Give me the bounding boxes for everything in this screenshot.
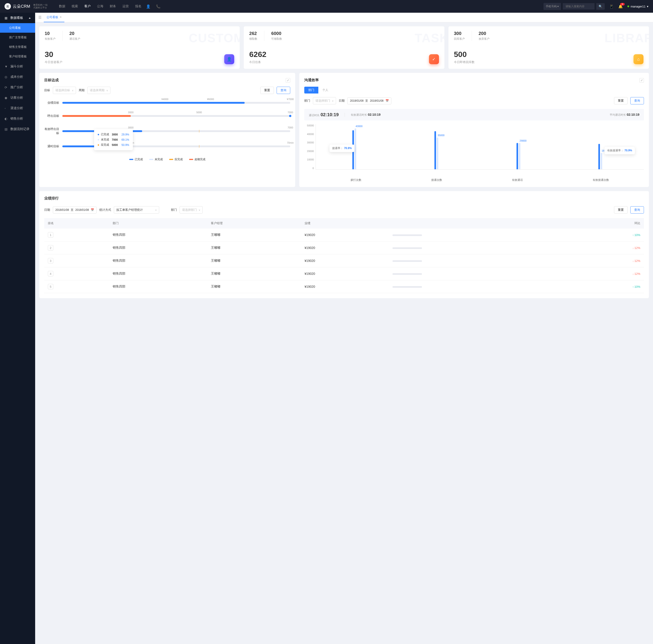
panel-goals: 目标达成 ⤢ 目标 请选择目标 周期 请选择周期 重置 查询 已完成300029… <box>39 73 295 187</box>
nav-icon: ◐ <box>4 117 8 120</box>
kpi-icon: ⌂ <box>633 54 644 64</box>
nav-item-4[interactable]: 财务 <box>110 4 116 8</box>
rank-date-range[interactable]: 2018/01/08 至 2018/01/08 📅 <box>53 207 97 213</box>
comm-query-button[interactable]: 查询 <box>630 97 644 105</box>
period-label: 周期 <box>79 88 84 92</box>
sidebar-group-dashboard[interactable]: ▦ 数据看板 <box>0 13 35 23</box>
comm-dept-select[interactable]: 请选择部门 <box>313 97 336 105</box>
comm-date-range[interactable]: 2018/01/08 至 2018/01/08 📅 <box>347 97 391 105</box>
logo-sub2: 式服务云平台 <box>33 6 48 9</box>
sidebar-item-6[interactable]: ▤数据流转记录 <box>0 124 35 134</box>
sidebar-item-4[interactable]: ◦渠道分析 <box>0 103 35 113</box>
rank-date-label: 日期 <box>44 208 50 212</box>
expand-icon[interactable]: ⤢ <box>639 78 644 83</box>
logo-text: 云朵CRM <box>13 4 30 9</box>
main-area: ☰ 公司看板 ✕ CUSTOM 10有效客户 20通话客户 30今日首咨客户 👤… <box>35 13 653 644</box>
sidebar-sub-3[interactable]: 客户经理看板 <box>0 52 35 61</box>
phone-icon[interactable]: 📞 <box>156 4 161 8</box>
seg-person[interactable]: 个人 <box>318 87 332 93</box>
rank-stat-select[interactable]: 按工单客户经理统计 <box>114 206 159 213</box>
nav-item-1[interactable]: 线索 <box>72 4 78 8</box>
sidebar-sub-2[interactable]: 销售主管看板 <box>0 42 35 52</box>
comm-dept-label: 部门 <box>304 99 310 103</box>
kpi-card-1: TASK 262领取数 6000可领取数 6262今日任务 ✓ <box>244 26 444 69</box>
nav-item-2[interactable]: 客户 <box>84 4 91 8</box>
panel-comm: 沟通效率 ⤢ 部门 个人 部门 请选择部门 日期 2018/01/08 至 <box>299 73 649 187</box>
rank-reset-button[interactable]: 重置 <box>614 206 628 213</box>
bar-group: 29000 <box>516 124 526 169</box>
expand-icon[interactable]: ⤢ <box>286 78 290 83</box>
nav-icon: ▤ <box>4 127 8 131</box>
goals-tooltip: 已完成300029.9%未完成700069.1%应完成500050.9% <box>94 129 133 150</box>
panel-rank: 业绩排行 日期 2018/01/08 至 2018/01/08 📅 统计方式 按… <box>39 191 649 298</box>
nav-item-5[interactable]: 运营 <box>122 4 129 8</box>
comm-bar-chart: 50000400003000020000100000 43000 35000 2… <box>304 124 644 176</box>
nav-icon: ◉ <box>4 96 8 100</box>
dashboard-icon: ▦ <box>4 16 8 20</box>
comm-title: 沟通效率 <box>304 78 319 83</box>
nav-icon: ▼ <box>4 65 8 68</box>
nav-item-6[interactable]: 报名 <box>135 4 142 8</box>
table-row[interactable]: 5 销售四部 王嘟嘟 ¥19020 10% <box>44 280 644 293</box>
rank-dept-select[interactable]: 请选择部门 <box>179 206 203 213</box>
table-row[interactable]: 3 销售四部 王嘟嘟 ¥19020 12% <box>44 254 644 267</box>
nav-icon: ◦ <box>4 107 8 110</box>
rank-dept-label: 部门 <box>171 208 177 212</box>
search-input[interactable] <box>563 3 595 9</box>
target-label: 目标 <box>44 88 50 92</box>
kpi-card-0: CUSTOM 10有效客户 20通话客户 30今日首咨客户 👤 <box>39 26 240 69</box>
bar-group: 35000 <box>434 124 443 169</box>
sidebar-sub-1[interactable]: 推广主管看板 <box>0 33 35 42</box>
calendar-icon: 📅 <box>91 208 94 211</box>
logo: 云 云朵CRM 教育机构·一站 式服务云平台 <box>4 3 48 9</box>
goals-title: 目标达成 <box>44 78 59 83</box>
target-select[interactable]: 请选择目标 <box>53 87 76 94</box>
user-menu[interactable]: manager11 ▾ <box>627 5 649 8</box>
bullet-track: ¥4000¥6000¥7000 <box>62 102 290 104</box>
bullet-track: 300050007000 <box>62 115 290 117</box>
nav-item-0[interactable]: 数据 <box>59 4 65 8</box>
chart-tip-2: 有效接通率：70.9% <box>604 147 635 154</box>
sidebar-item-3[interactable]: ◉访客分析 <box>0 93 35 103</box>
search-type-select[interactable]: 手机号码 ▾ <box>543 3 561 10</box>
mobile-icon[interactable]: 📱 <box>609 4 614 8</box>
tab-company-board[interactable]: 公司看板 ✕ <box>44 13 65 22</box>
tabs-bar: ☰ 公司看板 ✕ <box>35 13 653 22</box>
seg-dept[interactable]: 部门 <box>304 87 318 93</box>
sidebar: ▦ 数据看板 公司看板推广主管看板销售主管看板客户经理看板 ▼漏斗分析◎成本分析… <box>0 13 35 644</box>
kpi-icon: 👤 <box>224 54 234 64</box>
nav-item-3[interactable]: 公海 <box>97 4 103 8</box>
sidebar-sub-0[interactable]: 公司看板 <box>0 23 35 33</box>
sidebar-item-1[interactable]: ◎成本分析 <box>0 72 35 82</box>
sidebar-item-5[interactable]: ◐销售分析 <box>0 113 35 124</box>
notification-icon[interactable]: 🔔 <box>618 4 623 8</box>
rank-query-button[interactable]: 查询 <box>630 206 644 213</box>
tab-close-icon[interactable]: ✕ <box>59 16 62 19</box>
kpi-card-2: LIBRAR 300回库客户 200放弃客户 500今日即将回库数 ⌂ <box>449 26 649 69</box>
table-row[interactable]: 1 销售四部 王嘟嘟 ¥19020 10% <box>44 229 644 242</box>
calendar-icon: 📅 <box>385 99 389 102</box>
table-row[interactable]: 2 销售四部 王嘟嘟 ¥19020 12% <box>44 242 644 254</box>
nav-icon: ⟳ <box>4 86 8 89</box>
user-icon[interactable]: 👤 <box>146 4 150 8</box>
rank-table: 排名部门客户经理业绩环比 1 销售四部 王嘟嘟 ¥19020 10%2 销售四部… <box>44 218 644 293</box>
menu-fold-icon[interactable]: ☰ <box>38 15 42 20</box>
nav-icon: ◎ <box>4 75 8 79</box>
rank-stat-label: 统计方式 <box>99 208 111 212</box>
chart-tip-1: 接通率：70.9% <box>330 144 355 152</box>
period-select[interactable]: 请选择周期 <box>87 87 111 94</box>
sidebar-item-0[interactable]: ▼漏斗分析 <box>0 61 35 72</box>
comm-date-label: 日期 <box>339 99 345 103</box>
comm-segment: 部门 个人 <box>304 87 332 93</box>
logo-icon: 云 <box>4 3 11 9</box>
table-row[interactable]: 4 销售四部 王嘟嘟 ¥19020 12% <box>44 267 644 280</box>
search-button[interactable]: 🔍 <box>596 3 605 10</box>
goals-query-button[interactable]: 查询 <box>276 87 290 94</box>
logo-sub1: 教育机构·一站 <box>33 4 48 6</box>
top-header: 云 云朵CRM 教育机构·一站 式服务云平台 数据线索客户公海财务运营报名 👤 … <box>0 0 653 13</box>
goals-reset-button[interactable]: 重置 <box>260 87 274 94</box>
sidebar-item-2[interactable]: ⟳推广分析 <box>0 82 35 93</box>
kpi-icon: ✓ <box>429 54 439 64</box>
comm-reset-button[interactable]: 重置 <box>614 97 628 105</box>
rank-title: 业绩排行 <box>44 196 644 201</box>
